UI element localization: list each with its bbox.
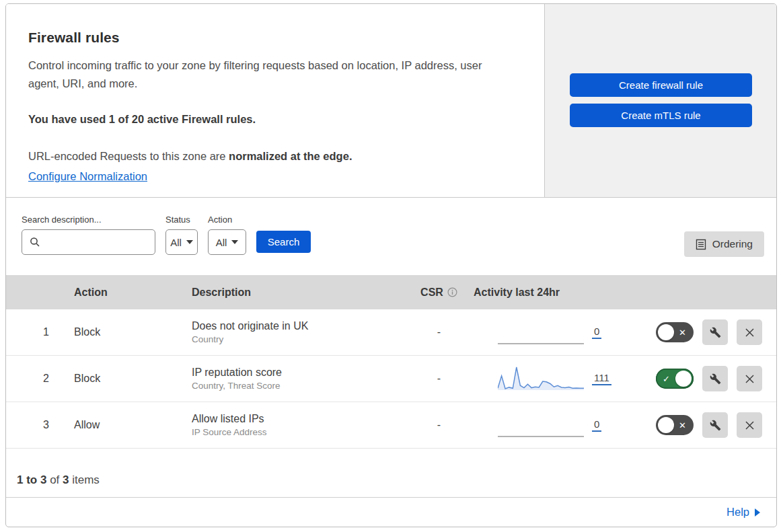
edit-rule-button[interactable] [702,319,728,345]
activity-sparkline [498,318,584,346]
edit-rule-button[interactable] [702,412,728,438]
rule-activity-cell: 0 [474,318,632,346]
rule-csr-value: - [395,419,474,431]
rule-enabled-toggle[interactable]: ✓ ✕ [656,369,694,389]
rule-activity-cell: 0 [474,411,632,439]
table-header: Action Description CSR Activity last 24h… [6,275,776,309]
intro-panel: Firewall rules Control incoming traffic … [6,4,545,197]
activity-column-header: Activity last 24hr [474,287,632,299]
delete-rule-button[interactable] [737,412,762,438]
activity-sparkline [498,411,584,439]
ordering-button-label: Ordering [712,238,753,250]
rule-description-cell: IP reputation score Country, Threat Scor… [183,367,395,391]
rule-description-cell: Allow listed IPs IP Source Address [183,413,395,437]
normalization-bold: normalized at the edge. [229,150,352,162]
search-icon [30,237,40,248]
items-total: 3 [63,473,69,486]
delete-rule-button[interactable] [737,319,762,345]
wrench-icon [710,327,721,338]
action-selected-value: All [216,237,227,248]
x-icon: ✕ [679,328,686,337]
rule-csr-value: - [395,373,474,385]
rule-controls-cell: ✓ ✕ [632,366,776,391]
search-input[interactable] [46,237,155,248]
search-label: Search description... [22,215,155,225]
activity-count-link[interactable]: 111 [592,372,611,385]
firewall-rules-card: Firewall rules Control incoming traffic … [5,3,777,527]
edit-rule-button[interactable] [702,366,728,391]
delete-rule-button[interactable] [737,366,762,391]
close-icon [745,374,755,384]
items-range: 1 to 3 [17,473,46,486]
help-row: Help [6,498,776,527]
search-button[interactable]: Search [256,231,311,253]
rule-description: IP reputation score [192,367,395,379]
rule-csr-value: - [395,326,474,338]
close-icon [745,420,755,430]
rule-enabled-toggle[interactable]: ✓ ✕ [656,415,694,435]
actions-panel: Create firewall rule Create mTLS rule [545,4,776,197]
top-section: Firewall rules Control incoming traffic … [6,4,776,198]
page: Firewall rules Control incoming traffic … [0,0,781,532]
of-text: of [46,473,63,486]
rule-fields: Country, Threat Score [192,381,395,391]
action-label: Action [208,215,246,225]
status-filter-group: Status All [165,215,198,255]
rule-controls-cell: ✓ ✕ [632,319,776,345]
wrench-icon [710,420,721,431]
search-box[interactable] [22,229,155,255]
table-row: 2 Block IP reputation score Country, Thr… [6,356,776,402]
action-select[interactable]: All [208,229,246,255]
description-column-header: Description [183,287,395,299]
normalization-text: URL-encoded Requests to this zone are no… [28,147,517,165]
action-filter-group: Action All [208,215,246,255]
info-icon[interactable] [447,287,457,297]
table-row: 1 Block Does not originate in UK Country… [6,309,776,356]
toggle-knob [658,417,674,433]
rule-enabled-toggle[interactable]: ✓ ✕ [656,322,694,342]
create-mtls-rule-button[interactable]: Create mTLS rule [570,104,752,127]
ordering-button[interactable]: Ordering [684,231,764,257]
activity-count-link[interactable]: 0 [592,418,601,432]
rule-priority: 2 [6,373,65,385]
usage-summary: You have used 1 of 20 active Firewall ru… [28,110,517,128]
toggle-knob [675,371,692,387]
rule-action: Block [65,373,183,385]
help-label: Help [727,506,749,519]
normalization-prefix: URL-encoded Requests to this zone are [28,150,229,162]
status-selected-value: All [170,237,182,248]
arrow-right-icon [755,508,760,517]
check-icon: ✓ [663,375,670,383]
toggle-knob [658,324,674,340]
action-column-header: Action [65,287,183,299]
rule-fields: Country [192,334,395,344]
rule-description-cell: Does not originate in UK Country [183,320,395,344]
chevron-down-icon [231,240,238,244]
chevron-down-icon [186,240,193,244]
close-icon [745,328,755,338]
status-select[interactable]: All [165,229,198,255]
x-icon: ✕ [679,421,686,430]
csr-label: CSR [420,287,443,299]
ordering-list-icon [696,239,706,250]
items-text: items [69,473,100,486]
csr-column-header: CSR [395,287,474,299]
configure-normalization-link[interactable]: Configure Normalization [28,170,147,182]
pagination-summary: 1 to 3 of 3 items [6,449,776,498]
rule-fields: IP Source Address [192,427,395,437]
wrench-icon [710,373,721,385]
activity-count-link[interactable]: 0 [592,326,601,339]
rule-controls-cell: ✓ ✕ [632,412,776,438]
rule-action: Allow [65,419,183,431]
rule-description: Allow listed IPs [192,413,395,425]
search-group: Search description... [22,215,155,255]
rule-description: Does not originate in UK [192,320,395,332]
rule-action: Block [65,326,183,338]
help-link[interactable]: Help [727,506,760,519]
filter-bar: Search description... Status All Action [6,198,776,275]
activity-sparkline [498,365,584,393]
page-title: Firewall rules [28,30,517,46]
status-label: Status [165,215,198,225]
create-firewall-rule-button[interactable]: Create firewall rule [570,73,752,97]
rule-priority: 1 [6,326,65,338]
